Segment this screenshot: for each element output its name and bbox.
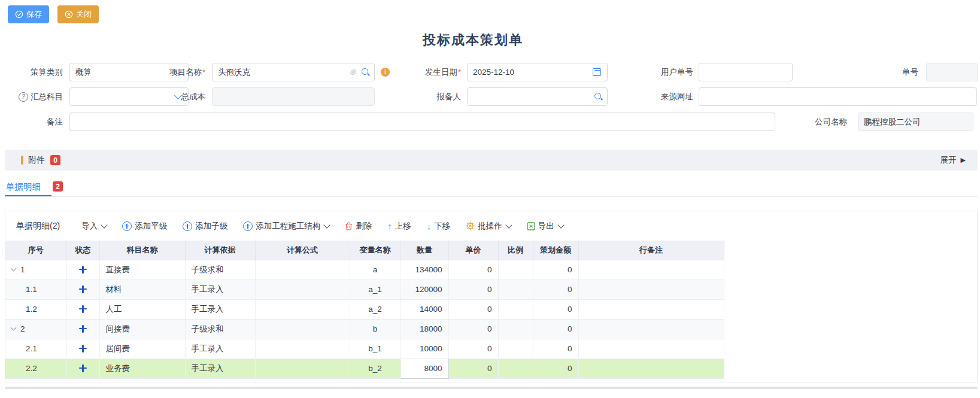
cell-status[interactable] [66,299,99,319]
cell-row_remark[interactable] [578,299,724,319]
cell-price[interactable]: 0 [448,279,498,299]
cell-basis[interactable]: 手工录入 [185,279,255,299]
cell-ratio[interactable] [498,260,533,279]
table-row[interactable]: 2.1居间费手工录入b_11000000 [5,339,724,358]
cell-price[interactable]: 0 [448,319,498,339]
info-icon[interactable]: i [381,68,390,77]
cell-formula[interactable] [255,339,350,358]
cell-subject[interactable]: 居间费 [99,339,185,358]
cell-amount[interactable]: 0 [533,260,578,279]
cell-qty[interactable]: 10000 [401,339,448,358]
cell-subject[interactable]: 业务费 [99,358,185,378]
cell-var_name[interactable]: b_1 [350,339,401,358]
cell-seq[interactable]: 2.2 [5,358,66,378]
clear-icon[interactable]: ⊗ [349,67,356,77]
table-row[interactable]: 1.1材料手工录入a_112000000 [5,279,724,299]
cell-subject[interactable]: 人工 [99,299,185,319]
cell-row_remark[interactable] [578,279,724,299]
cell-formula[interactable] [255,299,350,319]
project-name-field[interactable]: ⊗ [212,63,375,81]
cell-row_remark[interactable] [578,319,724,339]
user-no-input[interactable] [699,63,793,81]
cell-var_name[interactable]: a_2 [350,299,401,319]
occur-date-input[interactable] [467,63,608,81]
cell-row_remark[interactable] [578,339,724,358]
add-row-plus-icon[interactable] [79,305,87,313]
cell-row_remark[interactable] [578,260,724,279]
cell-basis[interactable]: 手工录入 [185,299,255,319]
add-row-plus-icon[interactable] [79,325,87,333]
tab-detail[interactable]: 单据明细 [6,181,41,193]
expand-toggle[interactable]: 展开 ▶ [940,155,966,166]
cell-qty[interactable]: 18000 [401,319,448,339]
search-icon[interactable] [594,92,602,101]
cell-qty[interactable]: 134000 [401,260,448,279]
cell-row_remark[interactable] [578,358,724,378]
cell-formula[interactable] [255,260,350,279]
cell-qty[interactable]: 14000 [401,299,448,319]
collapse-icon[interactable] [11,266,17,272]
source-url-input[interactable] [699,87,977,106]
export-button[interactable]: 导出 [527,221,563,232]
move-up-button[interactable]: ↑ 上移 [387,221,411,232]
calendar-icon[interactable] [593,68,601,76]
cell-amount[interactable]: 0 [533,358,578,378]
attachment-bar[interactable]: 附件 0 展开 ▶ [5,150,978,171]
cell-var_name[interactable]: b_2 [350,358,401,378]
cell-subject[interactable]: 材料 [99,279,185,299]
cell-formula[interactable] [255,358,350,378]
cell-qty[interactable]: 120000 [401,279,448,299]
add-structure-button[interactable]: 添加工程施工结构 [243,221,329,232]
cell-price[interactable]: 0 [448,260,498,279]
cell-ratio[interactable] [498,339,533,358]
cell-status[interactable] [66,279,99,299]
cell-formula[interactable] [255,279,350,299]
cell-var_name[interactable]: b [350,319,401,339]
delete-button[interactable]: 删除 [345,221,372,232]
move-down-button[interactable]: ↓ 下移 [427,221,451,232]
cell-price[interactable]: 0 [448,299,498,319]
remark-field[interactable] [69,113,775,131]
add-row-plus-icon[interactable] [79,266,87,274]
cell-ratio[interactable] [498,279,533,299]
cell-ratio[interactable] [498,299,533,319]
cell-ratio[interactable] [498,358,533,378]
table-row[interactable]: 2.2业务费手工录入b_2800000 [5,358,724,378]
cell-formula[interactable] [255,319,350,339]
collapse-icon[interactable] [11,325,17,331]
cell-status[interactable] [66,358,99,378]
table-row[interactable]: 2间接费子级求和b1800000 [5,319,724,339]
cell-basis[interactable]: 手工录入 [185,358,255,378]
cell-status[interactable] [66,339,99,358]
occur-date-field[interactable] [467,63,608,81]
reporter-field[interactable] [467,87,608,106]
cell-seq[interactable]: 2 [5,319,66,339]
remark-input[interactable] [69,113,775,131]
cell-amount[interactable]: 0 [533,319,578,339]
cell-amount[interactable]: 0 [533,339,578,358]
add-row-plus-icon[interactable] [79,285,87,293]
cell-status[interactable] [66,260,99,279]
cell-seq[interactable]: 1 [5,260,66,279]
save-button[interactable]: 保存 [8,5,49,23]
cell-seq[interactable]: 2.1 [5,339,66,358]
cell-var_name[interactable]: a_1 [350,279,401,299]
cell-qty[interactable]: 8000 [401,358,448,378]
cell-seq[interactable]: 1.1 [5,279,66,299]
cell-ratio[interactable] [498,319,533,339]
cell-status[interactable] [66,319,99,339]
source-url-field[interactable] [699,87,977,106]
close-button[interactable]: 关闭 [57,5,99,23]
table-row[interactable]: 1.2人工手工录入a_21400000 [5,299,724,319]
import-button[interactable]: 导入 [81,221,107,232]
add-child-button[interactable]: 添加子级 [183,221,227,232]
cell-subject[interactable]: 直接费 [99,260,185,279]
cell-basis[interactable]: 子级求和 [185,319,255,339]
table-row[interactable]: 1直接费子级求和a13400000 [5,260,724,279]
add-row-plus-icon[interactable] [79,364,87,372]
cell-amount[interactable]: 0 [533,279,578,299]
cell-price[interactable]: 0 [448,358,498,378]
reporter-input[interactable] [467,87,608,106]
cell-seq[interactable]: 1.2 [5,299,66,319]
user-no-field[interactable] [699,63,793,81]
